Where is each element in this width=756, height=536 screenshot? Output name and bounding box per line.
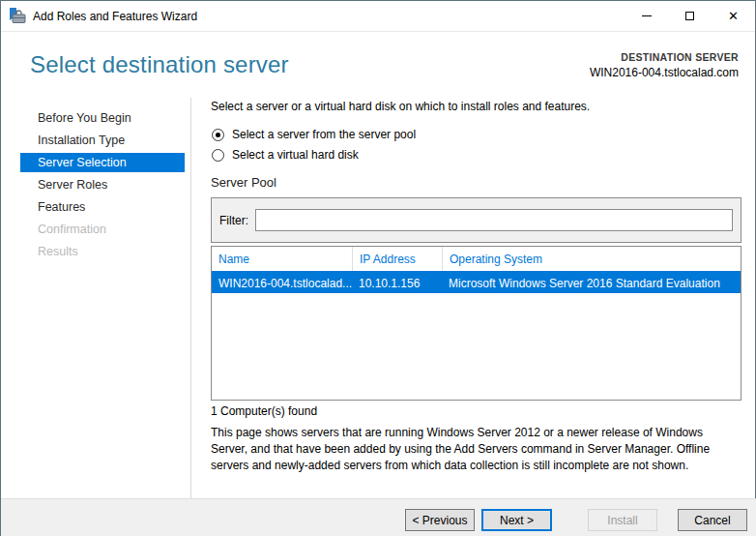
sidebar-item-installation-type[interactable]: Installation Type <box>20 131 185 150</box>
filter-label: Filter: <box>219 214 248 227</box>
close-icon: ✕ <box>728 10 739 22</box>
column-header-name[interactable]: Name <box>212 247 352 271</box>
server-pool-table: Name IP Address Operating System WIN2016… <box>211 246 741 401</box>
destination-server-name: WIN2016-004.tstlocalad.com <box>590 66 739 79</box>
sidebar-item-confirmation: Confirmation <box>20 220 185 239</box>
destination-label: DESTINATION SERVER <box>590 51 739 63</box>
sidebar-item-features[interactable]: Features <box>20 197 185 217</box>
page-note: This page shows servers that are running… <box>211 425 741 474</box>
filter-input[interactable] <box>255 209 733 231</box>
cell-ip-address: 10.10.1.156 <box>352 277 442 290</box>
table-row[interactable]: WIN2016-004.tstlocalad.... 10.10.1.156 M… <box>212 273 741 293</box>
column-header-operating-system[interactable]: Operating System <box>442 247 741 271</box>
sidebar-item-results: Results <box>20 242 185 261</box>
wizard-window: Add Roles and Features Wizard ✕ Select d… <box>0 0 756 536</box>
page-description: Select a server or a virtual hard disk o… <box>211 100 590 113</box>
radio-label: Select a virtual hard disk <box>232 148 359 162</box>
page-title: Select destination server <box>30 51 289 78</box>
destination-block: DESTINATION SERVER WIN2016-004.tstlocala… <box>590 51 739 79</box>
radio-select-virtual-hard-disk[interactable]: Select a virtual hard disk <box>212 147 359 163</box>
radio-select-server-pool[interactable]: Select a server from the server pool <box>212 127 416 142</box>
window-controls: ✕ <box>625 1 755 31</box>
server-manager-toolbox-icon <box>9 8 26 24</box>
column-header-ip-address[interactable]: IP Address <box>352 247 442 271</box>
radio-button-icon[interactable] <box>212 149 224 162</box>
wizard-footer: < Previous Next > Install Cancel <box>1 498 756 536</box>
maximize-icon <box>685 12 694 20</box>
sidebar-item-before-you-begin[interactable]: Before You Begin <box>20 108 185 128</box>
table-header-row: Name IP Address Operating System <box>212 247 741 273</box>
radio-button-icon[interactable] <box>212 129 224 141</box>
sidebar-item-server-selection[interactable]: Server Selection <box>20 153 185 172</box>
minimize-icon <box>642 15 652 16</box>
window-title: Add Roles and Features Wizard <box>33 10 197 23</box>
sidebar-content-divider <box>190 98 191 498</box>
minimize-button[interactable] <box>625 1 668 31</box>
wizard-steps-sidebar: Before You Begin Installation Type Serve… <box>20 108 185 264</box>
install-button[interactable]: Install <box>588 509 657 531</box>
radio-label: Select a server from the server pool <box>232 128 416 141</box>
page-content: Select a server or a virtual hard disk o… <box>211 98 741 498</box>
filter-panel: Filter: <box>211 197 741 243</box>
cell-operating-system: Microsoft Windows Server 2016 Standard E… <box>442 277 741 290</box>
cell-server-name: WIN2016-004.tstlocalad.... <box>212 277 352 290</box>
cancel-button[interactable]: Cancel <box>678 509 747 531</box>
title-bar: Add Roles and Features Wizard ✕ <box>1 1 755 32</box>
next-button[interactable]: Next > <box>481 509 552 531</box>
computers-found-count: 1 Computer(s) found <box>211 404 317 418</box>
previous-button[interactable]: < Previous <box>405 509 475 531</box>
sidebar-item-server-roles[interactable]: Server Roles <box>20 175 185 194</box>
maximize-button[interactable] <box>668 1 712 31</box>
close-button[interactable]: ✕ <box>712 1 755 31</box>
server-pool-label: Server Pool <box>211 175 276 190</box>
